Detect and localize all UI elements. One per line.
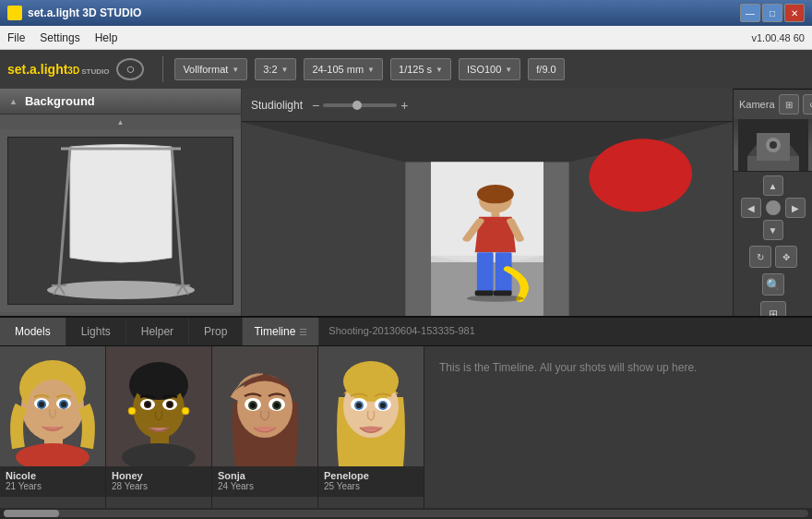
camera-preview-inner bbox=[734, 119, 812, 171]
logo-icon: ○ bbox=[116, 58, 144, 80]
svg-point-65 bbox=[131, 363, 186, 400]
honey-svg bbox=[106, 346, 211, 466]
scroll-track[interactable] bbox=[4, 510, 808, 517]
svg-rect-29 bbox=[475, 290, 494, 296]
viewport bbox=[242, 122, 733, 316]
format-dropdown[interactable]: Vollformat ▼ bbox=[174, 58, 247, 80]
nav-pan-btn[interactable]: ✥ bbox=[775, 246, 797, 268]
nicole-age: 21 Years bbox=[6, 481, 100, 491]
title-bar: set.a.light 3D STUDIO — □ ✕ bbox=[0, 0, 812, 26]
model-card-penelope[interactable]: Penelope 25 Years bbox=[318, 346, 424, 508]
lens-dropdown[interactable]: 24-105 mm ▼ bbox=[304, 58, 383, 80]
histogram-svg bbox=[734, 89, 812, 90]
slider-minus-btn[interactable]: − bbox=[312, 98, 319, 113]
nav-zoom-controls: 🔍 bbox=[762, 273, 784, 296]
app-icon bbox=[7, 6, 22, 20]
nav-left-btn[interactable]: ◀ bbox=[741, 198, 761, 218]
zoom-icon[interactable]: 🔍 bbox=[762, 273, 784, 296]
tab-lights[interactable]: Lights bbox=[66, 318, 126, 345]
shutter-dropdown[interactable]: 1/125 s ▼ bbox=[390, 58, 451, 80]
horizontal-scrollbar[interactable] bbox=[0, 508, 812, 519]
logo-area: set.a.light3DSTUDIO ○ bbox=[7, 58, 144, 80]
scroll-thumb[interactable] bbox=[4, 510, 59, 517]
tab-timeline[interactable]: Timeline ☰ bbox=[243, 318, 319, 345]
background-header: ▲ Background bbox=[0, 89, 241, 115]
camera-section: Kamera ⊞ ↺ bbox=[734, 90, 812, 172]
timeline-message: This is the Timeline. All your shots wil… bbox=[439, 361, 697, 374]
svg-point-58 bbox=[61, 402, 66, 407]
close-button[interactable]: ✕ bbox=[784, 4, 805, 22]
penelope-age: 25 Years bbox=[324, 481, 418, 491]
tab-models[interactable]: Models bbox=[0, 318, 66, 345]
nav-rotate-btn[interactable]: ↻ bbox=[749, 246, 771, 268]
center-panel: Studiolight − + bbox=[242, 89, 733, 316]
camera-icons: ⊞ ↺ bbox=[775, 92, 812, 116]
camera-preview bbox=[734, 119, 812, 171]
ratio-dropdown[interactable]: 3:2 ▼ bbox=[255, 58, 296, 80]
nav-right-btn[interactable]: ▶ bbox=[785, 198, 806, 218]
slider-plus-btn[interactable]: + bbox=[400, 98, 408, 113]
right-panel: Kamera ⊞ ↺ bbox=[733, 89, 812, 316]
nav-center-btn[interactable] bbox=[766, 200, 781, 215]
svg-line-2 bbox=[172, 147, 183, 285]
aperture-dropdown[interactable]: f/9.0 bbox=[528, 58, 564, 80]
main-layout: ▲ Background ▲ bbox=[0, 89, 812, 316]
tab-prop[interactable]: Prop bbox=[189, 318, 243, 345]
studio-controls: Studiolight − + bbox=[242, 89, 733, 122]
svg-rect-30 bbox=[494, 290, 512, 296]
model-card-honey[interactable]: Honey 28 Years bbox=[106, 346, 212, 508]
honey-face-canvas bbox=[106, 346, 211, 466]
svg-point-94 bbox=[380, 403, 386, 408]
models-container: Nicole 21 Years bbox=[0, 346, 812, 508]
tab-helper[interactable]: Helper bbox=[126, 318, 189, 345]
nicole-svg bbox=[0, 346, 105, 466]
maximize-button[interactable]: □ bbox=[762, 4, 782, 22]
scene-svg bbox=[242, 122, 733, 316]
svg-rect-27 bbox=[477, 252, 494, 292]
toolbar: set.a.light3DSTUDIO ○ Vollformat ▼ 3:2 ▼… bbox=[0, 50, 812, 89]
bottom-content: Nicole 21 Years bbox=[0, 346, 812, 508]
sonja-name: Sonja bbox=[218, 470, 312, 481]
menu-help[interactable]: Help bbox=[95, 31, 118, 44]
menu-settings[interactable]: Settings bbox=[40, 31, 79, 44]
window-controls: — □ ✕ bbox=[740, 4, 805, 22]
iso-dropdown[interactable]: ISO100 ▼ bbox=[459, 58, 520, 80]
camera-preview-svg bbox=[738, 119, 808, 171]
nav-up-btn[interactable]: ▲ bbox=[763, 175, 783, 196]
svg-point-82 bbox=[250, 403, 256, 408]
sonja-age: 24 Years bbox=[218, 481, 312, 491]
histogram-panel bbox=[734, 89, 812, 90]
toolbar-separator bbox=[162, 56, 163, 82]
svg-point-71 bbox=[168, 403, 173, 407]
shooting-name: Shooting-20130604-153335-981 bbox=[319, 318, 812, 345]
sonja-svg bbox=[212, 346, 317, 466]
slider-thumb[interactable] bbox=[352, 101, 362, 110]
svg-point-73 bbox=[182, 407, 189, 415]
left-panel: ▲ Background ▲ bbox=[0, 89, 242, 316]
slider-track[interactable] bbox=[323, 103, 397, 107]
menu-file[interactable]: File bbox=[7, 31, 25, 44]
nav-down-btn[interactable]: ▼ bbox=[763, 220, 783, 240]
svg-point-0 bbox=[47, 281, 195, 299]
timeline-area: This is the Timeline. All your shots wil… bbox=[424, 346, 812, 508]
logo-text: set.a.light3DSTUDIO bbox=[7, 62, 109, 77]
menu-bar: File Settings Help v1.00.48 60 bbox=[0, 26, 812, 50]
svg-point-93 bbox=[356, 403, 362, 408]
svg-point-83 bbox=[274, 403, 280, 408]
nav-diamond: ▲ ▼ ◀ ▶ bbox=[741, 175, 806, 240]
nicole-face-canvas bbox=[0, 346, 105, 466]
tabs-bar: Models Lights Helper Prop Timeline ☰ Sho… bbox=[0, 316, 812, 346]
scroll-up-button[interactable]: ▲ bbox=[0, 115, 241, 129]
svg-point-72 bbox=[128, 407, 136, 415]
menu-items: File Settings Help bbox=[7, 31, 117, 44]
model-card-nicole[interactable]: Nicole 21 Years bbox=[0, 346, 106, 508]
model-card-sonja[interactable]: Sonja 24 Years bbox=[212, 346, 318, 508]
penelope-name: Penelope bbox=[324, 470, 418, 481]
camera-btn-2[interactable]: ↺ bbox=[803, 94, 812, 115]
svg-rect-32 bbox=[734, 89, 812, 90]
svg-point-40 bbox=[770, 141, 777, 149]
minimize-button[interactable]: — bbox=[740, 4, 760, 22]
background-title: Background bbox=[25, 94, 95, 108]
camera-btn-1[interactable]: ⊞ bbox=[779, 94, 799, 115]
svg-point-70 bbox=[146, 403, 150, 407]
